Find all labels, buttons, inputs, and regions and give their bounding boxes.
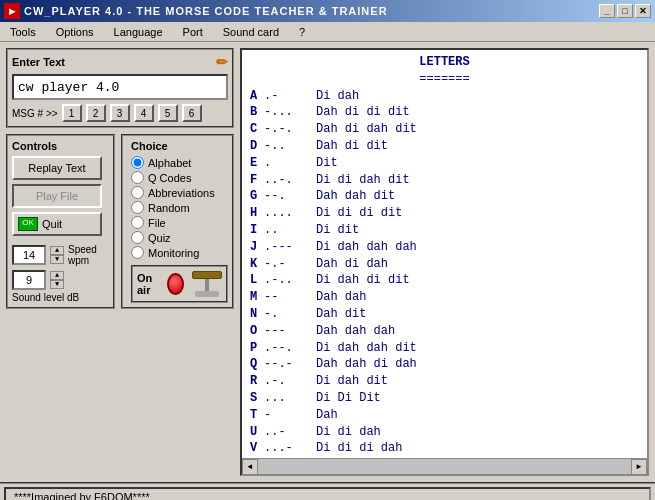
sound-down-button[interactable]: ▼ <box>50 280 64 289</box>
menu-tools[interactable]: Tools <box>4 24 42 40</box>
sound-input[interactable] <box>12 270 46 290</box>
msg-btn-5[interactable]: 5 <box>158 104 178 122</box>
speed-row: ▲ ▼ Speed wpm <box>12 244 109 266</box>
morse-key-graphic <box>192 271 222 297</box>
left-panel: Enter Text ✏ MSG # >> 1 2 3 4 5 6 Contro… <box>0 42 240 482</box>
app-icon: ▶ <box>4 3 20 19</box>
controls-choice-row: Controls Replay Text Play File OK Quit <box>6 134 234 309</box>
choice-qcodes[interactable]: Q Codes <box>131 171 228 184</box>
quit-green-icon: OK <box>18 217 38 231</box>
table-row: A.-Di dah <box>250 88 639 105</box>
table-row: N-.Dah dit <box>250 306 639 323</box>
minimize-button[interactable]: _ <box>599 4 615 18</box>
maximize-button[interactable]: □ <box>617 4 633 18</box>
on-air-section: On air <box>131 265 228 303</box>
controls-section: Controls Replay Text Play File OK Quit <box>6 134 115 309</box>
main-container: Enter Text ✏ MSG # >> 1 2 3 4 5 6 Contro… <box>0 42 655 482</box>
scroll-right-button[interactable]: ► <box>631 459 647 475</box>
choice-monitoring[interactable]: Monitoring <box>131 246 228 259</box>
msg-btn-1[interactable]: 1 <box>62 104 82 122</box>
table-row: R.-.Di dah dit <box>250 373 639 390</box>
table-row: V...-Di di di dah <box>250 440 639 457</box>
msg-btn-6[interactable]: 6 <box>182 104 202 122</box>
text-input[interactable] <box>12 74 228 100</box>
table-row: C-.-.Dah di dah dit <box>250 121 639 138</box>
quit-button[interactable]: OK Quit <box>12 212 102 236</box>
letters-title: LETTERS <box>250 54 639 71</box>
speed-input[interactable] <box>12 245 46 265</box>
table-row: S...Di Di Dit <box>250 390 639 407</box>
letters-rows: A.-Di dahB-...Dah di di ditC-.-.Dah di d… <box>250 88 639 458</box>
table-row: E.Dit <box>250 155 639 172</box>
scroll-track[interactable] <box>258 459 631 474</box>
menu-language[interactable]: Language <box>108 24 169 40</box>
on-air-label: On air <box>137 272 159 296</box>
msg-row: MSG # >> 1 2 3 4 5 6 <box>12 104 228 122</box>
table-row: T-Dah <box>250 407 639 424</box>
choice-section: Choice Alphabet Q Codes Abbreviations Ra… <box>121 134 234 309</box>
menu-soundcard[interactable]: Sound card <box>217 24 285 40</box>
table-row: Q--.-Dah dah di dah <box>250 356 639 373</box>
msg-btn-4[interactable]: 4 <box>134 104 154 122</box>
status-bar: ****Imagined by F6DQM**** <box>0 482 655 500</box>
menu-bar: Tools Options Language Port Sound card ? <box>0 22 655 42</box>
speed-up-button[interactable]: ▲ <box>50 246 64 255</box>
choice-label: Choice <box>131 140 228 152</box>
choice-quiz[interactable]: Quiz <box>131 231 228 244</box>
speed-label: Speed wpm <box>68 244 109 266</box>
speed-down-button[interactable]: ▼ <box>50 255 64 264</box>
letters-separator: ======= <box>250 71 639 88</box>
table-row: B-...Dah di di dit <box>250 104 639 121</box>
table-row: J.---Di dah dah dah <box>250 239 639 256</box>
horizontal-scrollbar[interactable]: ◄ ► <box>242 458 647 474</box>
enter-text-section: Enter Text ✏ MSG # >> 1 2 3 4 5 6 <box>6 48 234 128</box>
sound-up-button[interactable]: ▲ <box>50 271 64 280</box>
app-title: CW_PLAYER 4.0 - THE MORSE CODE TEACHER &… <box>24 5 388 17</box>
choice-file[interactable]: File <box>131 216 228 229</box>
on-air-indicator <box>167 273 184 295</box>
title-bar: ▶ CW_PLAYER 4.0 - THE MORSE CODE TEACHER… <box>0 0 655 22</box>
table-row: K-.-Dah di dah <box>250 256 639 273</box>
msg-btn-3[interactable]: 3 <box>110 104 130 122</box>
controls-inner: Replay Text Play File OK Quit <box>12 156 109 303</box>
table-row: L.-..Di dah di dit <box>250 272 639 289</box>
status-text: ****Imagined by F6DQM**** <box>4 487 651 500</box>
letters-content: LETTERS ======= A.-Di dahB-...Dah di di … <box>242 50 647 458</box>
table-row: M--Dah dah <box>250 289 639 306</box>
window-controls: _ □ ✕ <box>599 4 651 18</box>
letters-panel: LETTERS ======= A.-Di dahB-...Dah di di … <box>240 48 649 476</box>
sound-row: ▲ ▼ <box>12 270 109 290</box>
choice-abbreviations[interactable]: Abbreviations <box>131 186 228 199</box>
msg-label: MSG # >> <box>12 108 58 119</box>
table-row: G--.Dah dah dit <box>250 188 639 205</box>
table-row: O---Dah dah dah <box>250 323 639 340</box>
play-button: Play File <box>12 184 102 208</box>
table-row: U..-Di di dah <box>250 424 639 441</box>
table-row: D-..Dah di dit <box>250 138 639 155</box>
edit-icon[interactable]: ✏ <box>216 54 228 70</box>
replay-button[interactable]: Replay Text <box>12 156 102 180</box>
table-row: P.--.Di dah dah dit <box>250 340 639 357</box>
table-row: H....Di di di dit <box>250 205 639 222</box>
sound-spinner <box>12 270 46 290</box>
menu-help[interactable]: ? <box>293 24 311 40</box>
msg-btn-2[interactable]: 2 <box>86 104 106 122</box>
speed-spin-buttons: ▲ ▼ <box>50 246 64 264</box>
scroll-left-button[interactable]: ◄ <box>242 459 258 475</box>
controls-label: Controls <box>12 140 109 152</box>
speed-spinner <box>12 245 46 265</box>
choice-alphabet[interactable]: Alphabet <box>131 156 228 169</box>
enter-text-label: Enter Text ✏ <box>12 54 228 70</box>
menu-port[interactable]: Port <box>177 24 209 40</box>
table-row: F..-.Di di dah dit <box>250 172 639 189</box>
table-row: I..Di dit <box>250 222 639 239</box>
sound-spin-buttons: ▲ ▼ <box>50 271 64 289</box>
choice-random[interactable]: Random <box>131 201 228 214</box>
sound-label: Sound level dB <box>12 292 109 303</box>
menu-options[interactable]: Options <box>50 24 100 40</box>
close-button[interactable]: ✕ <box>635 4 651 18</box>
